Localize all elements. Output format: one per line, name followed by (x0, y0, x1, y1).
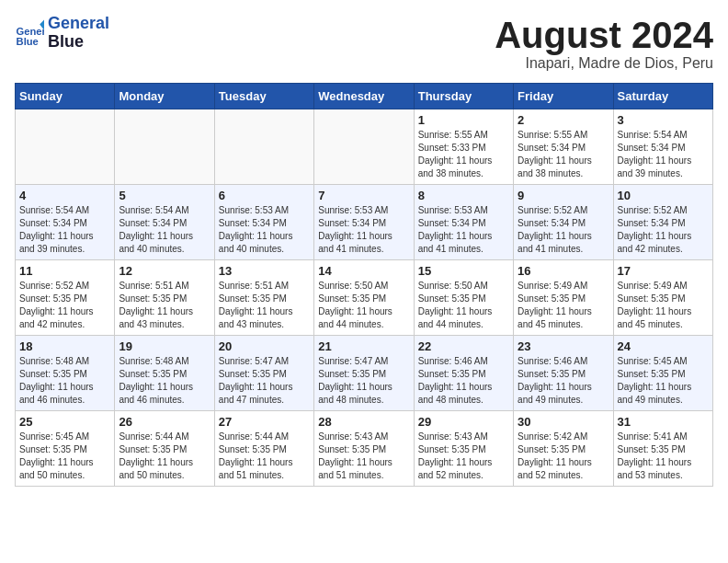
calendar-day-cell: 19Sunrise: 5:48 AM Sunset: 5:35 PM Dayli… (115, 336, 214, 411)
day-number: 14 (318, 264, 409, 278)
calendar-day-cell: 23Sunrise: 5:46 AM Sunset: 5:35 PM Dayli… (514, 336, 613, 411)
day-info: Sunrise: 5:52 AM Sunset: 5:35 PM Dayligh… (19, 280, 110, 331)
day-number: 29 (418, 415, 509, 429)
day-number: 3 (618, 113, 709, 127)
weekday-header: Wednesday (314, 84, 414, 109)
logo-line2: Blue (48, 33, 109, 52)
day-number: 6 (219, 189, 310, 202)
day-number: 2 (518, 113, 609, 127)
day-number: 15 (418, 264, 509, 278)
location-subtitle: Inapari, Madre de Dios, Peru (495, 55, 713, 72)
day-number: 21 (318, 339, 409, 353)
day-number: 13 (219, 264, 310, 278)
svg-text:Blue: Blue (17, 36, 39, 47)
calendar-day-cell: 13Sunrise: 5:51 AM Sunset: 5:35 PM Dayli… (214, 260, 313, 336)
day-info: Sunrise: 5:44 AM Sunset: 5:35 PM Dayligh… (219, 431, 310, 482)
day-number: 17 (618, 264, 709, 278)
day-number: 1 (418, 113, 509, 127)
day-number: 7 (318, 189, 409, 202)
month-title: August 2024 (495, 15, 713, 55)
day-info: Sunrise: 5:52 AM Sunset: 5:34 PM Dayligh… (618, 204, 709, 256)
calendar-day-cell: 18Sunrise: 5:48 AM Sunset: 5:35 PM Dayli… (16, 336, 115, 411)
day-info: Sunrise: 5:46 AM Sunset: 5:35 PM Dayligh… (518, 355, 609, 407)
day-number: 30 (518, 415, 609, 429)
calendar-day-cell: 21Sunrise: 5:47 AM Sunset: 5:35 PM Dayli… (314, 336, 414, 411)
weekday-header: Tuesday (214, 84, 313, 109)
calendar-day-cell: 22Sunrise: 5:46 AM Sunset: 5:35 PM Dayli… (414, 336, 513, 411)
logo-line1: General (48, 15, 109, 33)
weekday-header: Thursday (414, 84, 513, 109)
calendar-day-cell: 31Sunrise: 5:41 AM Sunset: 5:35 PM Dayli… (613, 411, 712, 487)
day-number: 19 (119, 339, 210, 353)
day-info: Sunrise: 5:43 AM Sunset: 5:35 PM Dayligh… (318, 431, 409, 482)
day-info: Sunrise: 5:54 AM Sunset: 5:34 PM Dayligh… (19, 204, 110, 256)
weekday-header: Sunday (16, 84, 115, 109)
day-info: Sunrise: 5:53 AM Sunset: 5:34 PM Dayligh… (219, 204, 310, 256)
calendar-day-cell: 8Sunrise: 5:53 AM Sunset: 5:34 PM Daylig… (414, 185, 513, 260)
day-info: Sunrise: 5:54 AM Sunset: 5:34 PM Dayligh… (618, 129, 709, 180)
day-info: Sunrise: 5:41 AM Sunset: 5:35 PM Dayligh… (618, 431, 709, 482)
day-number: 28 (318, 415, 409, 429)
calendar-day-cell: 11Sunrise: 5:52 AM Sunset: 5:35 PM Dayli… (16, 260, 115, 336)
day-number: 20 (219, 339, 310, 353)
weekday-header-row: SundayMondayTuesdayWednesdayThursdayFrid… (16, 84, 713, 109)
calendar-day-cell: 14Sunrise: 5:50 AM Sunset: 5:35 PM Dayli… (314, 260, 414, 336)
day-number: 18 (19, 339, 110, 353)
page-header: General Blue General Blue August 2024 In… (15, 15, 713, 72)
calendar-day-cell: 1Sunrise: 5:55 AM Sunset: 5:33 PM Daylig… (414, 109, 513, 185)
day-info: Sunrise: 5:47 AM Sunset: 5:35 PM Dayligh… (318, 355, 409, 407)
day-number: 5 (119, 189, 210, 202)
calendar-day-cell: 3Sunrise: 5:54 AM Sunset: 5:34 PM Daylig… (613, 109, 712, 185)
day-info: Sunrise: 5:53 AM Sunset: 5:34 PM Dayligh… (318, 204, 409, 256)
day-info: Sunrise: 5:51 AM Sunset: 5:35 PM Dayligh… (119, 280, 210, 331)
day-info: Sunrise: 5:48 AM Sunset: 5:35 PM Dayligh… (19, 355, 110, 407)
day-info: Sunrise: 5:50 AM Sunset: 5:35 PM Dayligh… (418, 280, 509, 331)
calendar-day-cell: 26Sunrise: 5:44 AM Sunset: 5:35 PM Dayli… (115, 411, 214, 487)
day-number: 25 (19, 415, 110, 429)
day-info: Sunrise: 5:43 AM Sunset: 5:35 PM Dayligh… (418, 431, 509, 482)
day-info: Sunrise: 5:55 AM Sunset: 5:33 PM Dayligh… (418, 129, 509, 180)
day-info: Sunrise: 5:46 AM Sunset: 5:35 PM Dayligh… (418, 355, 509, 407)
day-info: Sunrise: 5:55 AM Sunset: 5:34 PM Dayligh… (518, 129, 609, 180)
day-info: Sunrise: 5:49 AM Sunset: 5:35 PM Dayligh… (518, 280, 609, 331)
day-number: 23 (518, 339, 609, 353)
day-number: 26 (119, 415, 210, 429)
logo-icon: General Blue (15, 18, 44, 48)
weekday-header: Friday (514, 84, 613, 109)
calendar-week-row: 18Sunrise: 5:48 AM Sunset: 5:35 PM Dayli… (16, 336, 713, 411)
day-info: Sunrise: 5:54 AM Sunset: 5:34 PM Dayligh… (119, 204, 210, 256)
calendar-day-cell: 28Sunrise: 5:43 AM Sunset: 5:35 PM Dayli… (314, 411, 414, 487)
calendar-day-cell: 16Sunrise: 5:49 AM Sunset: 5:35 PM Dayli… (514, 260, 613, 336)
day-number: 12 (119, 264, 210, 278)
calendar-day-cell: 30Sunrise: 5:42 AM Sunset: 5:35 PM Dayli… (514, 411, 613, 487)
calendar-week-row: 11Sunrise: 5:52 AM Sunset: 5:35 PM Dayli… (16, 260, 713, 336)
day-number: 11 (19, 264, 110, 278)
calendar-day-cell: 17Sunrise: 5:49 AM Sunset: 5:35 PM Dayli… (613, 260, 712, 336)
weekday-header: Monday (115, 84, 214, 109)
calendar-week-row: 1Sunrise: 5:55 AM Sunset: 5:33 PM Daylig… (16, 109, 713, 185)
logo-text: General Blue (48, 15, 109, 52)
calendar-day-cell (115, 109, 214, 185)
day-info: Sunrise: 5:52 AM Sunset: 5:34 PM Dayligh… (518, 204, 609, 256)
day-number: 4 (19, 189, 110, 202)
calendar-table: SundayMondayTuesdayWednesdayThursdayFrid… (15, 83, 713, 487)
calendar-day-cell: 2Sunrise: 5:55 AM Sunset: 5:34 PM Daylig… (514, 109, 613, 185)
day-number: 10 (618, 189, 709, 202)
day-info: Sunrise: 5:45 AM Sunset: 5:35 PM Dayligh… (19, 431, 110, 482)
calendar-day-cell (16, 109, 115, 185)
calendar-day-cell: 12Sunrise: 5:51 AM Sunset: 5:35 PM Dayli… (115, 260, 214, 336)
day-number: 8 (418, 189, 509, 202)
calendar-day-cell: 9Sunrise: 5:52 AM Sunset: 5:34 PM Daylig… (514, 185, 613, 260)
calendar-day-cell: 10Sunrise: 5:52 AM Sunset: 5:34 PM Dayli… (613, 185, 712, 260)
day-info: Sunrise: 5:47 AM Sunset: 5:35 PM Dayligh… (219, 355, 310, 407)
calendar-day-cell (214, 109, 313, 185)
svg-text:General: General (17, 25, 44, 36)
day-number: 27 (219, 415, 310, 429)
day-number: 9 (518, 189, 609, 202)
weekday-header: Saturday (613, 84, 712, 109)
calendar-day-cell: 15Sunrise: 5:50 AM Sunset: 5:35 PM Dayli… (414, 260, 513, 336)
day-info: Sunrise: 5:53 AM Sunset: 5:34 PM Dayligh… (418, 204, 509, 256)
calendar-day-cell (314, 109, 414, 185)
calendar-day-cell: 25Sunrise: 5:45 AM Sunset: 5:35 PM Dayli… (16, 411, 115, 487)
calendar-week-row: 4Sunrise: 5:54 AM Sunset: 5:34 PM Daylig… (16, 185, 713, 260)
